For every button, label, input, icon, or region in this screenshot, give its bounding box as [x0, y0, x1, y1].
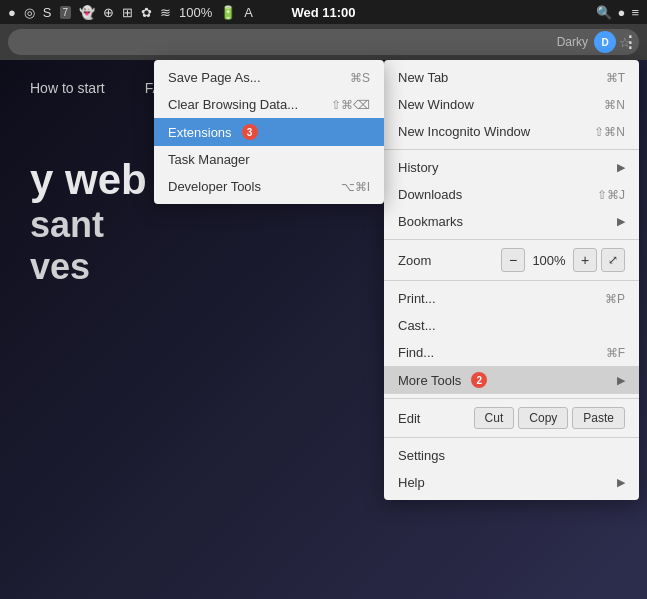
- menu-history[interactable]: History ▶: [384, 154, 639, 181]
- menu-find-shortcut: ⌘F: [606, 346, 625, 360]
- bookmarks-arrow-icon: ▶: [617, 215, 625, 228]
- zoom-decrease-button[interactable]: −: [501, 248, 525, 272]
- menu-settings-label: Settings: [398, 448, 445, 463]
- menu-cast[interactable]: Cast...: [384, 312, 639, 339]
- zoom-controls: − 100% + ⤢: [501, 248, 625, 272]
- submenu-developer-tools-shortcut: ⌥⌘I: [341, 180, 370, 194]
- menu-more-tools-label-wrap: More Tools 2: [398, 372, 487, 388]
- chrome-menu-button[interactable]: ⋮: [622, 33, 639, 52]
- menu-more-tools[interactable]: More Tools 2 ▶: [384, 366, 639, 394]
- menu-more-tools-label: More Tools: [398, 373, 461, 388]
- submenu-save-page[interactable]: Save Page As... ⌘S: [154, 64, 384, 91]
- app2-icon: ◎: [24, 5, 35, 20]
- menu-zoom-row: Zoom − 100% + ⤢: [384, 244, 639, 276]
- submenu-save-page-label: Save Page As...: [168, 70, 261, 85]
- menu-new-window[interactable]: New Window ⌘N: [384, 91, 639, 118]
- chat-icon: ✿: [141, 5, 152, 20]
- snapchat-icon: 👻: [79, 5, 95, 20]
- more-tools-badge: 2: [471, 372, 487, 388]
- divider-4: [384, 398, 639, 399]
- browser-chrome: ☆ Darky D ⋮: [0, 24, 647, 60]
- more-tools-submenu: Save Page As... ⌘S Clear Browsing Data..…: [154, 60, 384, 204]
- battery-icon: 🔋: [220, 5, 236, 20]
- menu-bookmarks[interactable]: Bookmarks ▶: [384, 208, 639, 235]
- system-bar-right: 🔍 ● ≡: [596, 5, 639, 20]
- menu-help[interactable]: Help ▶: [384, 469, 639, 496]
- menu-new-tab[interactable]: New Tab ⌘T: [384, 64, 639, 91]
- menu-incognito[interactable]: New Incognito Window ⇧⌘N: [384, 118, 639, 145]
- submenu-extensions-label: Extensions: [168, 125, 232, 140]
- menu-print[interactable]: Print... ⌘P: [384, 285, 639, 312]
- submenu-extensions[interactable]: Extensions 3: [154, 118, 384, 146]
- zoom-label: Zoom: [398, 253, 431, 268]
- system-bar: ● ◎ S 7 👻 ⊕ ⊞ ✿ ≋ 100% 🔋 A Wed 11:00 🔍 ●…: [0, 0, 647, 24]
- menu-downloads-label: Downloads: [398, 187, 462, 202]
- user-circle-icon[interactable]: ●: [618, 5, 626, 20]
- paste-button[interactable]: Paste: [572, 407, 625, 429]
- skype-icon: S: [43, 5, 52, 20]
- menu-print-shortcut: ⌘P: [605, 292, 625, 306]
- address-bar[interactable]: ☆: [8, 29, 639, 55]
- submenu-clear-browsing[interactable]: Clear Browsing Data... ⇧⌘⌫: [154, 91, 384, 118]
- menu-new-tab-label: New Tab: [398, 70, 448, 85]
- menu-find[interactable]: Find... ⌘F: [384, 339, 639, 366]
- divider-1: [384, 149, 639, 150]
- profile-avatar[interactable]: D: [594, 31, 616, 53]
- menu-new-window-shortcut: ⌘N: [604, 98, 625, 112]
- battery-level: 100%: [179, 5, 212, 20]
- system-bar-left: ● ◎ S 7 👻 ⊕ ⊞ ✿ ≋ 100% 🔋 A: [8, 5, 253, 20]
- divider-3: [384, 280, 639, 281]
- user-label: Darky: [557, 35, 588, 49]
- menu-bookmarks-label: Bookmarks: [398, 214, 463, 229]
- extensions-badge: 3: [242, 124, 258, 140]
- submenu-developer-tools-label: Developer Tools: [168, 179, 261, 194]
- badge-7: 7: [60, 6, 72, 19]
- edit-buttons: Cut Copy Paste: [474, 407, 625, 429]
- menu-incognito-label: New Incognito Window: [398, 124, 530, 139]
- zoom-fullscreen-button[interactable]: ⤢: [601, 248, 625, 272]
- system-time: Wed 11:00: [291, 5, 355, 20]
- history-arrow-icon: ▶: [617, 161, 625, 174]
- divider-5: [384, 437, 639, 438]
- copy-button[interactable]: Copy: [518, 407, 568, 429]
- nav-how-to-start[interactable]: How to start: [30, 80, 105, 96]
- search-icon[interactable]: 🔍: [596, 5, 612, 20]
- menu-history-label: History: [398, 160, 438, 175]
- menu-help-label: Help: [398, 475, 425, 490]
- menu-print-label: Print...: [398, 291, 436, 306]
- menu-new-tab-shortcut: ⌘T: [606, 71, 625, 85]
- menu-cast-label: Cast...: [398, 318, 436, 333]
- help-arrow-icon: ▶: [617, 476, 625, 489]
- menu-icon[interactable]: ≡: [631, 5, 639, 20]
- submenu-developer-tools[interactable]: Developer Tools ⌥⌘I: [154, 173, 384, 200]
- more-tools-arrow-icon: ▶: [617, 374, 625, 387]
- submenu-save-page-shortcut: ⌘S: [350, 71, 370, 85]
- menu-settings[interactable]: Settings: [384, 442, 639, 469]
- app1-icon: ●: [8, 5, 16, 20]
- submenu-task-manager-label: Task Manager: [168, 152, 250, 167]
- menu-downloads-shortcut: ⇧⌘J: [597, 188, 625, 202]
- menu-find-label: Find...: [398, 345, 434, 360]
- menu-incognito-shortcut: ⇧⌘N: [594, 125, 625, 139]
- menu-edit-row: Edit Cut Copy Paste: [384, 403, 639, 433]
- submenu-task-manager[interactable]: Task Manager: [154, 146, 384, 173]
- edit-label: Edit: [398, 411, 474, 426]
- zoom-value: 100%: [529, 253, 569, 268]
- menu-downloads[interactable]: Downloads ⇧⌘J: [384, 181, 639, 208]
- cut-button[interactable]: Cut: [474, 407, 515, 429]
- wifi-symbol: ≋: [160, 5, 171, 20]
- divider-2: [384, 239, 639, 240]
- submenu-clear-browsing-shortcut: ⇧⌘⌫: [331, 98, 370, 112]
- menu-new-window-label: New Window: [398, 97, 474, 112]
- submenu-extensions-label-wrap: Extensions 3: [168, 124, 258, 140]
- text-icon: A: [244, 5, 253, 20]
- chrome-menu: New Tab ⌘T New Window ⌘N New Incognito W…: [384, 60, 639, 500]
- zoom-increase-button[interactable]: +: [573, 248, 597, 272]
- submenu-clear-browsing-label: Clear Browsing Data...: [168, 97, 298, 112]
- airdrop-icon: ⊕: [103, 5, 114, 20]
- grid-icon: ⊞: [122, 5, 133, 20]
